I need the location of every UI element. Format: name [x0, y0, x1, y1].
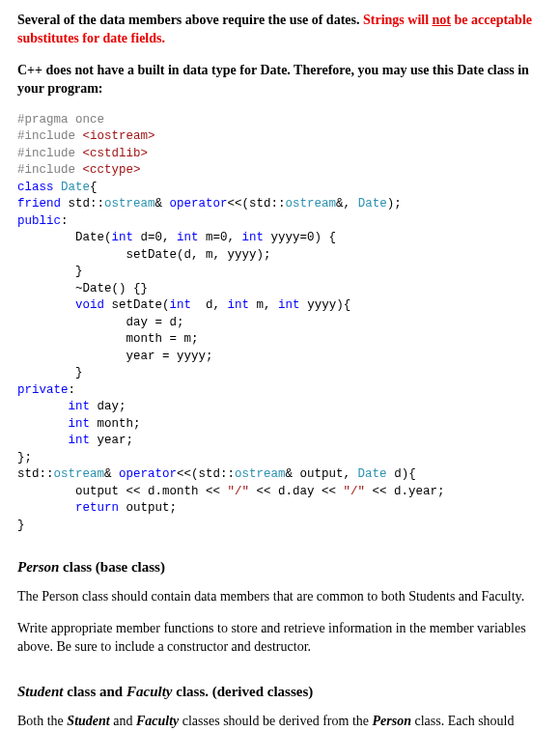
- code-line: operator: [170, 197, 228, 211]
- sp-c: and: [110, 714, 136, 728]
- code-line: int: [177, 231, 206, 244]
- code-line: return: [75, 501, 126, 515]
- code-line: output;: [126, 501, 178, 515]
- code-line: friend: [17, 197, 69, 211]
- person-paragraph-2: Write appropriate member functions to st…: [17, 620, 543, 657]
- intro-paragraph-2: C++ does not have a built in data type f…: [17, 62, 543, 98]
- code-line: {: [90, 181, 98, 194]
- code-line: <<(std::: [228, 197, 286, 211]
- code-line: int: [69, 400, 98, 413]
- code-line: m=0,: [206, 231, 242, 244]
- code-line: #include: [17, 147, 83, 160]
- code-line: ostream: [235, 467, 286, 481]
- code-line: #pragma once: [17, 113, 104, 127]
- code-line: }: [17, 366, 83, 380]
- code-line: Date: [358, 467, 395, 481]
- code-line: Date(: [17, 231, 112, 244]
- code-line: m,: [257, 298, 279, 312]
- person-heading-rest: class (base class): [59, 559, 165, 575]
- code-line: int: [228, 298, 257, 312]
- person-heading: Person class (base class): [17, 557, 543, 576]
- code-line: }: [17, 519, 25, 532]
- code-line: std::: [17, 467, 54, 481]
- code-line: std::: [69, 197, 105, 211]
- code-line: int: [242, 231, 271, 244]
- code-line: int: [170, 298, 207, 312]
- code-line: setDate(d, m, yyyy);: [17, 248, 271, 262]
- code-line: Date: [358, 197, 387, 211]
- student-heading: Student class and Faculty class. (derive…: [17, 682, 543, 701]
- code-line: operator: [119, 467, 177, 481]
- sp-d: Faculty: [136, 714, 179, 728]
- intro-paragraph-1: Several of the data members above requir…: [17, 12, 543, 48]
- intro-1-red-a: Strings will: [363, 13, 433, 27]
- code-line: Date: [61, 181, 90, 194]
- code-line: public: [17, 214, 61, 228]
- code-line: [17, 417, 69, 431]
- code-line: year;: [98, 434, 134, 447]
- code-line: );: [387, 197, 402, 211]
- code-line: [17, 501, 75, 515]
- code-line: "/": [344, 485, 366, 498]
- code-line: yyyy){: [307, 298, 350, 312]
- code-line: class: [17, 181, 61, 194]
- student-heading-b: class and: [64, 684, 126, 699]
- sp-a: Both the: [17, 714, 67, 728]
- date-code-block: #pragma once #include <iostream> #includ…: [17, 112, 543, 535]
- code-line: int: [69, 417, 98, 431]
- code-line: output << d.month <<: [17, 485, 228, 498]
- code-line: <cctype>: [83, 163, 141, 177]
- code-line: year = yyyy;: [17, 350, 213, 363]
- code-line: d,: [206, 298, 228, 312]
- code-line: int: [69, 434, 98, 447]
- sp-b: Student: [67, 714, 109, 728]
- person-paragraph-1: The Person class should contain data mem…: [17, 588, 543, 606]
- code-line: ostream: [286, 197, 337, 211]
- person-heading-name: Person: [17, 559, 59, 575]
- code-line: };: [17, 451, 32, 464]
- code-line: d){: [394, 467, 416, 481]
- code-line: month;: [98, 417, 141, 431]
- intro-1-black: Several of the data members above requir…: [17, 13, 363, 27]
- student-paragraph: Both the Student and Faculty classes sho…: [17, 713, 543, 731]
- code-line: int: [112, 231, 141, 244]
- code-line: #include: [17, 129, 83, 143]
- code-line: [17, 400, 69, 413]
- code-line: private: [17, 383, 69, 397]
- code-line: &: [155, 197, 170, 211]
- code-line: << d.day <<: [249, 485, 344, 498]
- code-line: ostream: [54, 467, 105, 481]
- code-line: <iostream>: [83, 129, 155, 143]
- code-line: & output,: [286, 467, 358, 481]
- student-heading-a: Student: [17, 684, 64, 699]
- code-line: day = d;: [17, 316, 184, 329]
- code-line: ostream: [104, 197, 155, 211]
- code-line: int: [278, 298, 307, 312]
- code-line: ~Date() {}: [17, 282, 148, 295]
- code-line: setDate(: [112, 298, 170, 312]
- code-line: yyyy=0) {: [271, 231, 337, 244]
- code-line: <cstdlib>: [83, 147, 149, 160]
- code-line: &,: [336, 197, 358, 211]
- code-line: << d.year;: [365, 485, 445, 498]
- code-line: &: [104, 467, 119, 481]
- sp-f: Person: [373, 714, 411, 728]
- code-line: month = m;: [17, 332, 199, 346]
- code-line: "/": [228, 485, 250, 498]
- code-line: day;: [98, 400, 126, 413]
- sp-e: classes should be derived from the: [179, 714, 372, 728]
- code-line: }: [17, 265, 83, 278]
- code-line: <<(std::: [177, 467, 235, 481]
- code-line: #include: [17, 163, 83, 177]
- code-line: [17, 434, 69, 447]
- student-heading-c: Faculty: [126, 684, 173, 699]
- code-line: d=0,: [141, 231, 178, 244]
- student-heading-d: class. (derived classes): [172, 684, 313, 699]
- code-line: [17, 298, 75, 312]
- intro-1-not: not: [433, 13, 451, 27]
- code-line: void: [75, 298, 112, 312]
